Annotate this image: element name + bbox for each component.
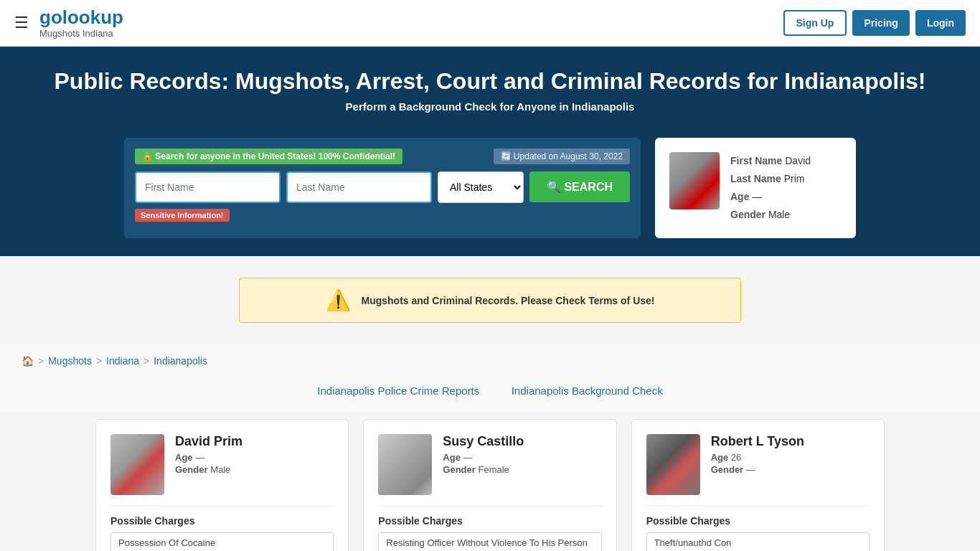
search-box: 🔒 Search for anyone in the United States…	[124, 138, 641, 239]
logo[interactable]: golookup Mugshots Indiana	[39, 7, 123, 39]
person-gender-2: Gender —	[711, 464, 804, 475]
top-header: ☰ golookup Mugshots Indiana Sign Up Pric…	[0, 0, 980, 47]
breadcrumb-sep3: >	[143, 355, 149, 367]
person-avatar-0	[110, 434, 164, 495]
breadcrumb-indianapolis[interactable]: Indianapolis	[154, 355, 207, 367]
charges-section-0: Possible Charges Possession Of Cocaine	[110, 506, 334, 551]
sensitive-badge: Sensitive Information!	[135, 209, 230, 222]
profile-age: Age —	[730, 188, 811, 206]
person-name-0[interactable]: David Prim	[175, 434, 242, 449]
quick-links: Indianapolis Police Crime Reports Indian…	[0, 377, 980, 412]
profile-info: First Name David Last Name Prim Age — Ge…	[730, 152, 811, 225]
profile-gender: Gender Male	[730, 206, 811, 224]
warning-text: Mugshots and Criminal Records. Please Ch…	[362, 295, 655, 306]
search-inputs: All States 🔍 SEARCH	[135, 171, 630, 203]
search-section: 🔒 Search for anyone in the United States…	[0, 127, 980, 257]
person-card-header-2: Robert L Tyson Age 26 Gender —	[646, 434, 870, 495]
charges-section-1: Possible Charges Resisting Officer Witho…	[378, 506, 601, 551]
first-name-input[interactable]	[135, 171, 281, 203]
person-name-2[interactable]: Robert L Tyson	[711, 434, 804, 449]
warning-bar: ⚠️ Mugshots and Criminal Records. Please…	[239, 278, 741, 323]
confidential-badge: 🔒 Search for anyone in the United States…	[135, 149, 402, 164]
hamburger-menu[interactable]: ☰	[14, 14, 29, 32]
person-card-0: David Prim Age — Gender Male Possible Ch…	[95, 419, 349, 551]
header-buttons: Sign Up Pricing Login	[783, 10, 966, 36]
quick-link-crime-reports[interactable]: Indianapolis Police Crime Reports	[317, 385, 479, 397]
logo-subtitle: Mugshots Indiana	[39, 28, 123, 39]
person-card-2: Robert L Tyson Age 26 Gender — Possible …	[631, 419, 885, 551]
person-age-2: Age 26	[711, 452, 804, 463]
person-info-1: Susy Castillo Age — Gender Female	[443, 434, 524, 476]
hero-title: Public Records: Mugshots, Arrest, Court …	[14, 68, 966, 95]
cards-grid: David Prim Age — Gender Male Possible Ch…	[95, 419, 885, 551]
search-top-bar: 🔒 Search for anyone in the United States…	[135, 149, 630, 164]
person-avatar-1	[378, 434, 432, 495]
breadcrumb-sep1: >	[38, 355, 44, 367]
warning-icon: ⚠️	[326, 288, 351, 312]
search-button[interactable]: 🔍 SEARCH	[529, 171, 630, 202]
profile-avatar	[669, 152, 720, 209]
cards-section: David Prim Age — Gender Male Possible Ch…	[0, 412, 980, 551]
charges-title-0: Possible Charges	[110, 515, 334, 527]
updated-badge: 🔄 Updated on August 30, 2022	[494, 149, 630, 164]
login-button[interactable]: Login	[915, 10, 966, 36]
person-gender-0: Gender Male	[175, 464, 242, 475]
header-left: ☰ golookup Mugshots Indiana	[14, 7, 123, 39]
breadcrumb-home[interactable]: 🏠	[22, 355, 34, 367]
hero-subtitle: Perform a Background Check for Anyone in…	[14, 100, 966, 113]
signup-button[interactable]: Sign Up	[783, 10, 847, 36]
profile-last-name: Last Name Prim	[730, 170, 811, 188]
person-avatar-2	[646, 434, 700, 495]
last-name-input[interactable]	[286, 171, 432, 203]
profile-first-name: First Name David	[730, 152, 811, 170]
person-age-0: Age —	[175, 452, 242, 463]
breadcrumb-mugshots[interactable]: Mugshots	[48, 355, 92, 367]
breadcrumb-indiana[interactable]: Indiana	[106, 355, 139, 367]
person-info-0: David Prim Age — Gender Male	[175, 434, 242, 476]
person-info-2: Robert L Tyson Age 26 Gender —	[711, 434, 804, 476]
person-card-header-1: Susy Castillo Age — Gender Female	[378, 434, 601, 495]
breadcrumb-section: 🏠 > Mugshots > Indiana > Indianapolis	[0, 344, 980, 377]
logo-text: golookup	[39, 6, 123, 28]
person-card-1: Susy Castillo Age — Gender Female Possib…	[363, 419, 616, 551]
charge-1-0: Resisting Officer Without Violence To Hi…	[378, 532, 601, 551]
breadcrumb-sep2: >	[96, 355, 102, 367]
person-card-header-0: David Prim Age — Gender Male	[110, 434, 334, 495]
charge-0-0: Possession Of Cocaine	[110, 532, 334, 551]
state-select[interactable]: All States	[438, 171, 524, 203]
hero-section: Public Records: Mugshots, Arrest, Court …	[0, 47, 980, 127]
charges-title-2: Possible Charges	[646, 515, 870, 527]
breadcrumb: 🏠 > Mugshots > Indiana > Indianapolis	[22, 355, 958, 367]
quick-link-background-check[interactable]: Indianapolis Background Check	[512, 385, 663, 397]
pricing-button[interactable]: Pricing	[852, 10, 909, 36]
person-gender-1: Gender Female	[443, 464, 524, 475]
charges-section-2: Possible Charges Theft/unauthd Con	[646, 506, 870, 551]
person-age-1: Age —	[443, 452, 524, 463]
person-name-1[interactable]: Susy Castillo	[443, 434, 524, 449]
profile-card: First Name David Last Name Prim Age — Ge…	[655, 138, 856, 239]
charges-title-1: Possible Charges	[378, 515, 601, 527]
charge-2-0: Theft/unauthd Con	[646, 532, 870, 551]
